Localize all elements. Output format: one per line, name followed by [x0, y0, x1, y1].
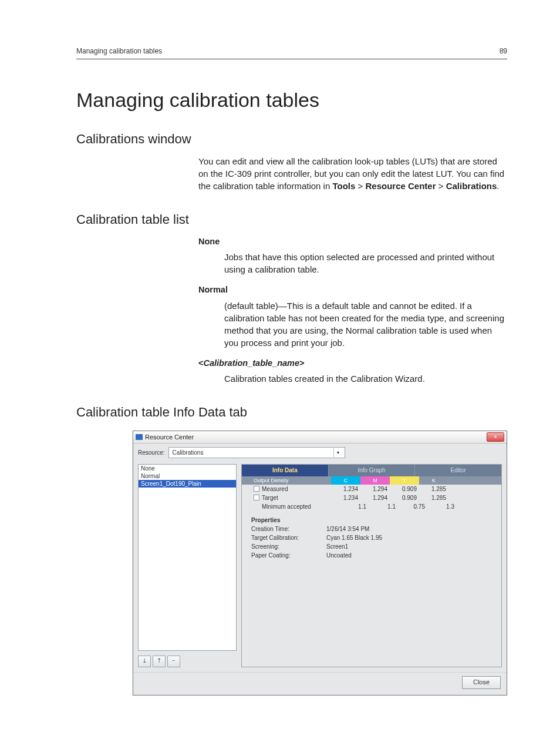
- tab-info-data[interactable]: Info Data: [242, 465, 329, 476]
- row-marker-icon: [254, 495, 259, 500]
- cell: 1.294: [360, 493, 390, 502]
- close-button[interactable]: Close: [462, 676, 501, 689]
- prop-val: Screen1: [326, 543, 348, 550]
- cell: 1.294: [360, 485, 390, 493]
- window-close-button[interactable]: x: [487, 432, 504, 442]
- table-row: Target 1.234 1.294 0.909 1.285: [242, 493, 501, 502]
- calibrations-window-body: You can edit and view all the calibratio…: [198, 155, 507, 192]
- prop-val: 1/26/14 3:54 PM: [326, 526, 369, 532]
- prop-key: Screening:: [251, 543, 326, 550]
- cell: 0.909: [390, 493, 419, 502]
- density-col-m: M: [360, 476, 390, 485]
- row-label: Minimum accepted: [262, 503, 311, 510]
- cell: 1.234: [331, 493, 360, 502]
- output-density-table: Output Density C M Y K Measured 1.234 1.…: [242, 476, 501, 511]
- density-col-y: Y: [390, 476, 419, 485]
- row-label: Measured: [262, 486, 288, 492]
- ctn-close: >: [299, 358, 304, 368]
- window-titlebar: Resource Center x: [133, 431, 507, 443]
- prop-val: Cyan 1.65 Black 1.95: [326, 535, 382, 541]
- def-none: Jobs that have this option selected are …: [224, 251, 507, 275]
- cw-gt2: >: [436, 181, 446, 191]
- export-button[interactable]: ⤒: [153, 656, 166, 667]
- detail-tabs: Info Data Info Graph Editor: [242, 465, 501, 476]
- section-calibration-table-list: Calibration table list: [76, 212, 507, 227]
- list-item[interactable]: None: [139, 465, 236, 472]
- resource-center-window: Resource Center x Resource: Calibrations…: [133, 431, 507, 695]
- properties-panel: Properties Creation Time:1/26/14 3:54 PM…: [242, 511, 501, 566]
- cell: 1.1: [339, 502, 369, 511]
- term-calibration-table-name: <Calibration_table_name>: [198, 357, 507, 369]
- def-normal: (default table)—This is a default table …: [224, 300, 507, 349]
- cw-resource-center: Resource Center: [365, 181, 436, 191]
- cell: 0.75: [398, 502, 427, 511]
- cell: 1.3: [427, 502, 457, 511]
- cw-tools: Tools: [332, 181, 355, 191]
- section-calibrations-window: Calibrations window: [76, 132, 507, 147]
- cell: 1.234: [331, 485, 360, 493]
- row-label: Target: [262, 495, 278, 501]
- term-none: None: [198, 236, 507, 247]
- prop-key: Paper Coating:: [251, 552, 326, 559]
- density-col-k: K: [419, 476, 448, 485]
- row-marker-icon: [254, 486, 259, 492]
- app-icon: [136, 434, 143, 440]
- tab-info-graph[interactable]: Info Graph: [329, 465, 416, 476]
- resource-toolbar: Resource: Calibrations ▾: [133, 443, 507, 464]
- prop-key: Creation Time:: [251, 526, 326, 532]
- cell: 1.285: [419, 493, 448, 502]
- resource-dropdown-value: Calibrations: [173, 449, 204, 456]
- properties-title: Properties: [251, 517, 492, 523]
- cell: 1.1: [369, 502, 398, 511]
- table-row: Measured 1.234 1.294 0.909 1.285: [242, 485, 501, 493]
- term-normal: Normal: [198, 284, 507, 295]
- prop-val: Uncoated: [326, 552, 352, 559]
- resource-label: Resource:: [138, 449, 165, 456]
- cell: 1.285: [419, 485, 448, 493]
- density-header-label: Output Density: [242, 476, 331, 485]
- cw-calibrations: Calibrations: [446, 181, 497, 191]
- resource-dropdown[interactable]: Calibrations ▾: [168, 447, 345, 458]
- def-calibration-table-name: Calibration tables created in the Calibr…: [224, 372, 507, 385]
- tab-editor[interactable]: Editor: [415, 465, 501, 476]
- running-header: Managing calibration tables 89: [76, 47, 507, 59]
- page-title: Managing calibration tables: [76, 89, 507, 112]
- list-item[interactable]: Normal: [139, 472, 236, 480]
- calibration-list[interactable]: None Normal Screen1_Dot190_Plain: [138, 464, 237, 651]
- cell: 0.909: [390, 485, 419, 493]
- prop-key: Target Calibration:: [251, 535, 326, 541]
- window-title: Resource Center: [145, 434, 487, 441]
- density-col-c: C: [331, 476, 360, 485]
- import-button[interactable]: ⤓: [138, 656, 151, 667]
- chevron-down-icon: ▾: [333, 448, 343, 457]
- delete-button[interactable]: −: [167, 656, 180, 667]
- ctn-name: Calibration_table_name: [203, 358, 299, 368]
- page-number: 89: [500, 47, 507, 55]
- cw-gt1: >: [355, 181, 365, 191]
- running-title: Managing calibration tables: [76, 47, 162, 55]
- list-item-selected[interactable]: Screen1_Dot190_Plain: [139, 480, 236, 488]
- cw-period: .: [497, 181, 499, 191]
- table-row: Minimum accepted 1.1 1.1 0.75 1.3: [242, 502, 501, 511]
- section-info-data-tab: Calibration table Info Data tab: [76, 405, 507, 420]
